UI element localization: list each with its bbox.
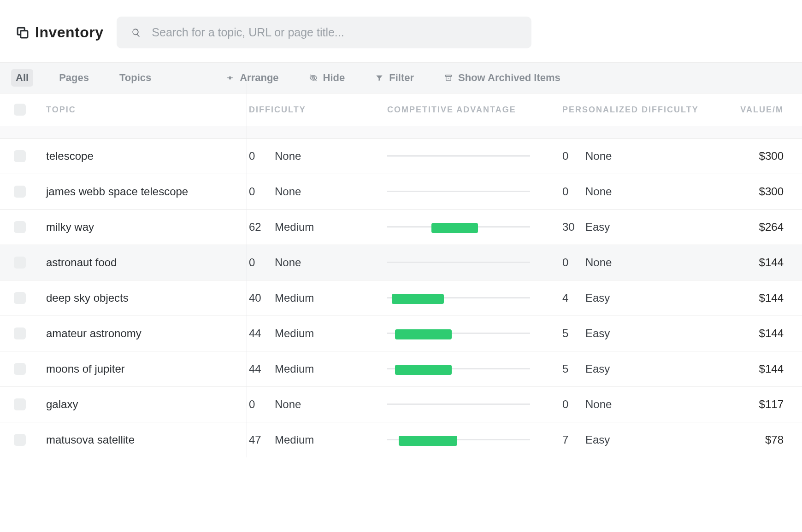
value-cell: $144 bbox=[724, 362, 797, 375]
select-all-checkbox[interactable] bbox=[14, 104, 26, 116]
row-checkbox[interactable] bbox=[14, 186, 26, 198]
row-checkbox[interactable] bbox=[14, 221, 26, 233]
personalized-cell: 5 Easy bbox=[562, 362, 724, 375]
tab-pages[interactable]: Pages bbox=[54, 69, 94, 87]
value-cell: $144 bbox=[724, 327, 797, 340]
table-row[interactable]: moons of jupiter 44 Medium 5 Easy $144 bbox=[0, 351, 802, 386]
row-checkbox[interactable] bbox=[14, 257, 26, 269]
search-input[interactable] bbox=[152, 26, 516, 39]
col-difficulty[interactable]: Difficulty bbox=[249, 105, 387, 115]
table-row[interactable]: deep sky objects 40 Medium 4 Easy $144 bbox=[0, 280, 802, 316]
toolbar: All Pages Topics Arrange Hide Filter Sho… bbox=[0, 62, 802, 94]
value-cell: $144 bbox=[724, 292, 797, 304]
advantage-bar bbox=[387, 226, 530, 228]
inventory-table: Topic Difficulty Competitive Advantage P… bbox=[0, 94, 802, 457]
difficulty-label: Medium bbox=[275, 221, 314, 234]
personalized-score: 4 bbox=[562, 292, 576, 304]
personalized-cell: 5 Easy bbox=[562, 327, 724, 340]
row-checkbox[interactable] bbox=[14, 292, 26, 304]
page-title: Inventory bbox=[35, 24, 104, 41]
col-value[interactable]: Value/M bbox=[724, 105, 797, 115]
topic-cell: moons of jupiter bbox=[46, 362, 249, 375]
personalized-cell: 0 None bbox=[562, 150, 724, 163]
value-cell: $117 bbox=[724, 398, 797, 411]
advantage-bar bbox=[387, 403, 530, 405]
advantage-bar bbox=[387, 439, 530, 441]
personalized-score: 5 bbox=[562, 327, 576, 340]
difficulty-cell: 47 Medium bbox=[249, 433, 387, 446]
row-checkbox[interactable] bbox=[14, 398, 26, 410]
topic-cell: james webb space telescope bbox=[46, 185, 249, 198]
difficulty-score: 44 bbox=[249, 362, 266, 375]
table-row[interactable]: amateur astronomy 44 Medium 5 Easy $144 bbox=[0, 316, 802, 351]
col-personalized[interactable]: Personalized Difficulty bbox=[562, 105, 724, 115]
personalized-cell: 0 None bbox=[562, 256, 724, 269]
advantage-cell bbox=[387, 439, 562, 441]
value-cell: $300 bbox=[724, 185, 797, 198]
difficulty-cell: 44 Medium bbox=[249, 327, 387, 340]
personalized-cell: 7 Easy bbox=[562, 433, 724, 446]
search-icon bbox=[131, 28, 141, 38]
hide-button[interactable]: Hide bbox=[305, 69, 350, 87]
arrange-button[interactable]: Arrange bbox=[221, 69, 283, 87]
difficulty-score: 40 bbox=[249, 292, 266, 304]
table-row[interactable]: james webb space telescope 0 None 0 None… bbox=[0, 174, 802, 209]
hide-icon bbox=[309, 74, 318, 82]
table-row[interactable]: telescope 0 None 0 None $300 bbox=[0, 138, 802, 174]
row-checkbox[interactable] bbox=[14, 434, 26, 446]
brand: Inventory bbox=[17, 24, 104, 41]
difficulty-label: None bbox=[275, 150, 301, 163]
topic-cell: galaxy bbox=[46, 398, 249, 411]
topic-cell: milky way bbox=[46, 221, 249, 234]
tab-topics[interactable]: Topics bbox=[115, 69, 156, 87]
personalized-label: Easy bbox=[585, 327, 610, 340]
personalized-score: 0 bbox=[562, 185, 576, 198]
personalized-label: Easy bbox=[585, 433, 610, 446]
row-checkbox[interactable] bbox=[14, 327, 26, 339]
personalized-score: 5 bbox=[562, 362, 576, 375]
difficulty-score: 62 bbox=[249, 221, 266, 234]
personalized-label: None bbox=[585, 150, 612, 163]
table-row[interactable]: matusova satellite 47 Medium 7 Easy $78 bbox=[0, 422, 802, 457]
topic-cell: telescope bbox=[46, 150, 249, 163]
archived-label: Show Archived Items bbox=[458, 72, 560, 84]
personalized-label: None bbox=[585, 256, 612, 269]
difficulty-label: Medium bbox=[275, 362, 314, 375]
tab-all[interactable]: All bbox=[11, 69, 33, 87]
difficulty-score: 0 bbox=[249, 150, 266, 163]
advantage-cell bbox=[387, 333, 562, 334]
row-checkbox[interactable] bbox=[14, 363, 26, 375]
archived-button[interactable]: Show Archived Items bbox=[440, 69, 565, 87]
col-topic[interactable]: Topic bbox=[46, 105, 249, 115]
difficulty-score: 44 bbox=[249, 327, 266, 340]
personalized-score: 30 bbox=[562, 221, 576, 234]
table-row[interactable]: galaxy 0 None 0 None $117 bbox=[0, 386, 802, 422]
difficulty-label: None bbox=[275, 185, 301, 198]
advantage-bar bbox=[387, 333, 530, 334]
personalized-score: 0 bbox=[562, 150, 576, 163]
search-box[interactable] bbox=[117, 17, 531, 48]
personalized-label: Easy bbox=[585, 362, 610, 375]
difficulty-cell: 0 None bbox=[249, 185, 387, 198]
filter-label: Filter bbox=[389, 72, 414, 84]
personalized-cell: 30 Easy bbox=[562, 221, 724, 234]
archive-icon bbox=[444, 74, 453, 82]
table-row[interactable]: astronaut food 0 None 0 None $144 bbox=[0, 245, 802, 280]
personalized-label: Easy bbox=[585, 292, 610, 304]
difficulty-cell: 44 Medium bbox=[249, 362, 387, 375]
personalized-label: None bbox=[585, 398, 612, 411]
difficulty-score: 0 bbox=[249, 398, 266, 411]
difficulty-label: None bbox=[275, 256, 301, 269]
filter-button[interactable]: Filter bbox=[371, 69, 419, 87]
difficulty-score: 47 bbox=[249, 433, 266, 446]
row-checkbox[interactable] bbox=[14, 150, 26, 162]
col-advantage[interactable]: Competitive Advantage bbox=[387, 105, 562, 115]
advantage-bar bbox=[387, 368, 530, 370]
table-header-row: Topic Difficulty Competitive Advantage P… bbox=[0, 94, 802, 126]
personalized-label: None bbox=[585, 185, 612, 198]
advantage-cell bbox=[387, 262, 562, 263]
table-spacer bbox=[0, 126, 802, 138]
advantage-bar bbox=[387, 262, 530, 263]
table-row[interactable]: milky way 62 Medium 30 Easy $264 bbox=[0, 209, 802, 245]
value-cell: $144 bbox=[724, 256, 797, 269]
